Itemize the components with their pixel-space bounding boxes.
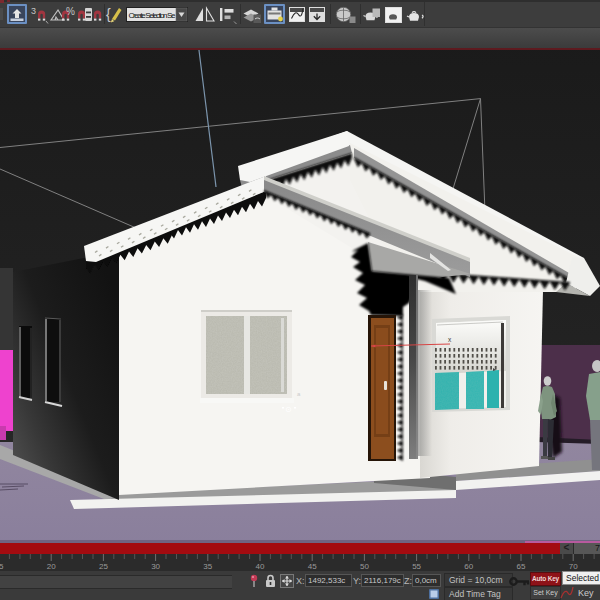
svg-text:55: 55 [412,562,421,571]
svg-text:Create Selection Se: Create Selection Se [129,11,177,20]
svg-text:{: { [106,6,111,22]
svg-text:25: 25 [99,562,108,571]
svg-text:40: 40 [256,562,265,571]
svg-text:65: 65 [517,562,526,571]
svg-text:70: 70 [569,562,578,571]
svg-text:20: 20 [47,562,56,571]
svg-text:%: % [66,6,75,17]
svg-text:3: 3 [31,6,36,16]
svg-text:15: 15 [0,562,4,571]
svg-text:45: 45 [308,562,317,571]
svg-text:⊙: ⊙ [285,405,292,414]
svg-text:50: 50 [360,562,369,571]
svg-text:30: 30 [151,562,160,571]
svg-text:60: 60 [464,562,473,571]
svg-text:35: 35 [203,562,212,571]
